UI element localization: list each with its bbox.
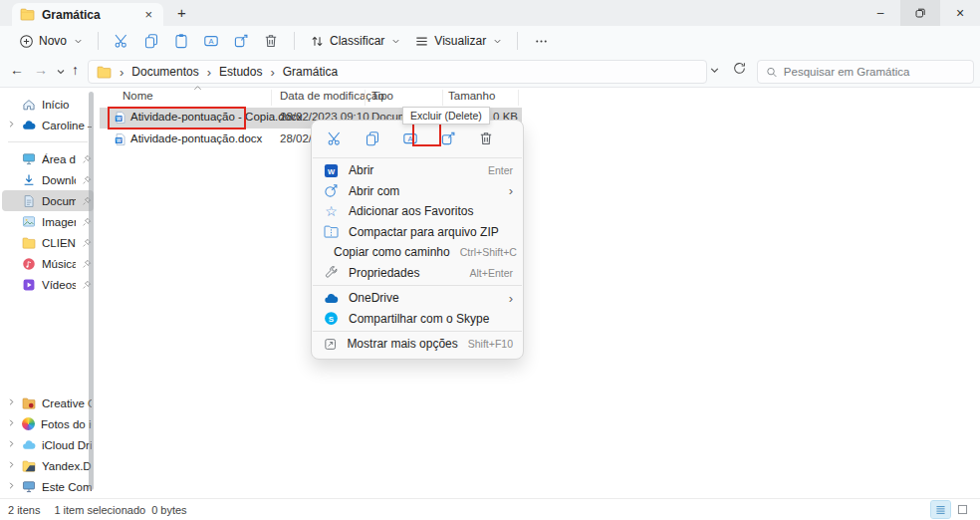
menu-item-label: Compactar para arquivo ZIP: [349, 225, 513, 239]
thumbnail-view-toggle[interactable]: [953, 501, 972, 518]
copy-icon: [365, 130, 380, 146]
sidebar-item-home[interactable]: Início: [2, 94, 94, 115]
folder-icon: [20, 8, 35, 21]
breadcrumb-documentos[interactable]: Documentos: [131, 65, 198, 79]
breadcrumb-separator-icon: ›: [118, 65, 125, 80]
sidebar-item-label: iCloud Drive: [42, 439, 92, 451]
command-bar: Novo A Classificar Visualizar: [0, 26, 980, 56]
share-icon: [233, 33, 249, 49]
back-button[interactable]: ←: [10, 62, 24, 78]
details-view-toggle[interactable]: [931, 501, 950, 518]
window-controls: – ×: [860, 0, 980, 26]
rename-button[interactable]: A: [397, 128, 423, 149]
status-selected-size: 0 bytes: [151, 504, 186, 516]
menu-item-open[interactable]: W Abrir Enter: [312, 160, 523, 181]
minimize-button[interactable]: –: [860, 0, 900, 26]
column-divider[interactable]: [518, 90, 519, 106]
sidebar-item-icloud-photos[interactable]: Fotos do iCloud: [2, 413, 94, 434]
sidebar-scrollbar[interactable]: [89, 92, 94, 490]
copy-button[interactable]: [136, 29, 166, 53]
column-divider[interactable]: [442, 90, 443, 106]
menu-item-copy-as-path[interactable]: Copiar como caminho Ctrl+Shift+C: [312, 242, 523, 263]
menu-item-share-skype[interactable]: S Compartilhar com o Skype: [312, 309, 523, 330]
history-chevron-icon[interactable]: [56, 67, 66, 77]
share-button[interactable]: [435, 128, 461, 149]
chevron-right-icon: [7, 460, 16, 469]
explorer-tab[interactable]: Gramática ×: [12, 3, 163, 26]
status-item-count: 2 itens: [8, 504, 40, 516]
sidebar-item-downloads[interactable]: Downloads: [2, 169, 94, 190]
rename-button[interactable]: A: [196, 29, 226, 53]
column-header-size[interactable]: Tamanho: [448, 90, 495, 102]
cut-button[interactable]: [107, 29, 136, 53]
menu-item-onedrive[interactable]: OneDrive ›: [312, 288, 523, 309]
refresh-icon[interactable]: [732, 61, 747, 76]
column-header-date[interactable]: Data de modificação: [280, 90, 384, 102]
menu-item-open-with[interactable]: Abrir com ›: [312, 181, 523, 202]
column-header-type[interactable]: Tipo: [371, 90, 393, 102]
cut-button[interactable]: [322, 128, 348, 149]
svg-text:A: A: [209, 37, 214, 46]
sidebar-item-icloud-drive[interactable]: iCloud Drive: [2, 434, 94, 455]
file-name: Atividade-pontuação.docx: [130, 132, 262, 144]
sidebar-item-clientes[interactable]: CLIENTES: [2, 232, 94, 253]
new-tab-button[interactable]: +: [171, 4, 192, 21]
search-box[interactable]: [757, 60, 974, 84]
close-button[interactable]: ×: [940, 0, 980, 26]
zip-folder-icon: [324, 225, 339, 238]
menu-item-label: Compartilhar com o Skype: [349, 312, 513, 326]
address-bar-row: ← → ↑ › Documentos › Estudos › Gramática: [0, 56, 980, 88]
menu-item-add-favorites[interactable]: ☆ Adicionar aos Favoritos: [312, 201, 523, 222]
sidebar-item-documents[interactable]: Documentos: [2, 190, 94, 211]
delete-button[interactable]: [473, 128, 499, 149]
context-menu: A W Abrir Enter Abrir com › ☆ Adicionar …: [311, 120, 524, 360]
sidebar-item-desktop[interactable]: Área de Trab: [2, 148, 94, 169]
copy-button[interactable]: [360, 128, 385, 149]
sidebar-item-this-pc[interactable]: Este Computado: [2, 476, 94, 497]
up-button[interactable]: ↑: [72, 62, 79, 78]
view-button[interactable]: Visualizar: [407, 30, 509, 53]
address-bar[interactable]: › Documentos › Estudos › Gramática: [88, 60, 707, 84]
more-options-button[interactable]: [526, 30, 556, 53]
share-button[interactable]: [226, 29, 256, 53]
sort-button[interactable]: Classificar: [303, 30, 407, 53]
sidebar-item-creative-cloud[interactable]: Creative Cloud F: [2, 392, 94, 413]
search-input[interactable]: [784, 66, 965, 78]
yandex-disk-icon: [22, 460, 36, 472]
submenu-chevron-icon: ›: [509, 183, 513, 198]
chevron-down-icon: [391, 37, 400, 46]
breadcrumb-gramatica[interactable]: Gramática: [283, 65, 338, 79]
maximize-button[interactable]: [900, 0, 940, 26]
rename-icon: A: [402, 130, 418, 146]
delete-button[interactable]: [256, 29, 286, 53]
column-divider[interactable]: [271, 90, 272, 106]
chevron-down-icon: [74, 37, 83, 46]
menu-item-properties[interactable]: Propriedades Alt+Enter: [312, 263, 523, 284]
sidebar-item-music[interactable]: Músicas: [2, 253, 94, 274]
column-divider[interactable]: [365, 90, 366, 106]
address-dropdown-chevron-icon[interactable]: [709, 65, 720, 76]
new-button[interactable]: Novo: [12, 30, 90, 53]
show-more-options-icon: [324, 337, 337, 352]
sidebar-item-yandex-disk[interactable]: Yandex.Disk: [2, 455, 94, 476]
column-header-name[interactable]: Nome: [122, 90, 153, 102]
forward-button[interactable]: →: [34, 62, 48, 78]
tab-close-icon[interactable]: ×: [141, 7, 155, 22]
paste-button[interactable]: [166, 29, 196, 53]
sidebar-item-label: Documentos: [42, 195, 76, 207]
sidebar-item-label: Área de Trab: [42, 153, 76, 165]
title-bar: Gramática × + – ×: [0, 0, 980, 26]
chevron-right-icon: [7, 439, 16, 448]
context-menu-quick-actions: A: [312, 121, 523, 155]
word-app-icon: W: [324, 163, 339, 178]
status-bar: 2 itens 1 item selecionado 0 bytes: [0, 498, 980, 520]
folder-icon: [97, 66, 112, 79]
sidebar-item-onedrive-user[interactable]: Caroline – Pesso: [2, 115, 94, 135]
menu-item-show-more[interactable]: Mostrar mais opções Shift+F10: [312, 334, 523, 355]
breadcrumb-estudos[interactable]: Estudos: [219, 65, 262, 79]
menu-item-label: Abrir: [349, 163, 478, 177]
wrench-icon: [324, 265, 339, 280]
sidebar-item-pictures[interactable]: Imagens: [2, 211, 94, 232]
sidebar-item-videos[interactable]: Vídeos: [2, 274, 94, 295]
menu-item-zip[interactable]: Compactar para arquivo ZIP: [312, 222, 523, 243]
